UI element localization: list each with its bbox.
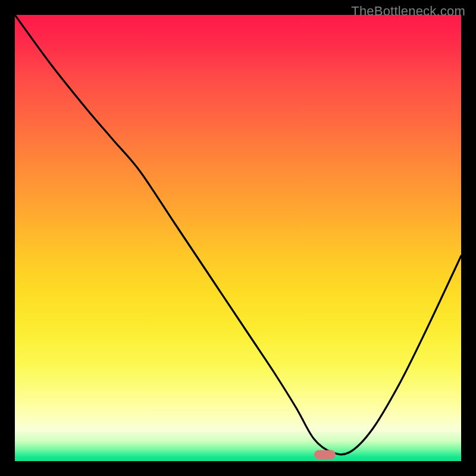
optimal-point-marker [314, 450, 336, 459]
curve-path [15, 15, 461, 455]
watermark-text: TheBottleneck.com [351, 4, 465, 19]
plot-area [15, 15, 461, 461]
bottleneck-curve [15, 15, 461, 461]
